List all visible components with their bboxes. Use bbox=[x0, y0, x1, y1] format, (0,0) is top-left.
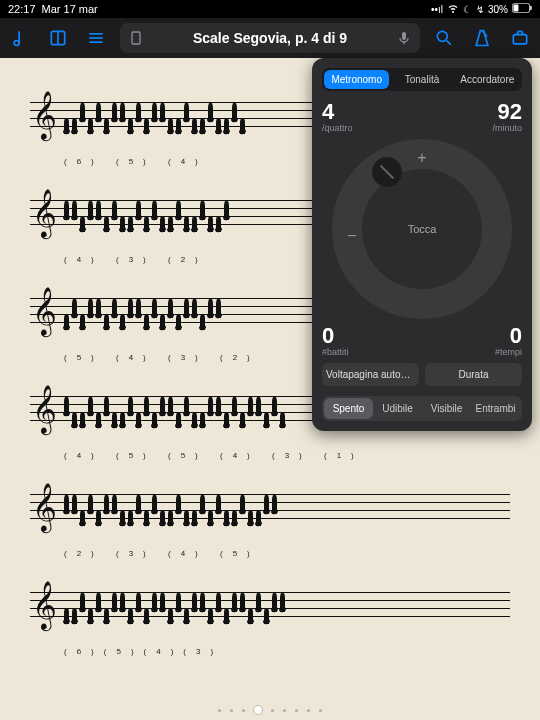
status-date: Mar 17 mar bbox=[42, 3, 98, 15]
library-icon[interactable] bbox=[6, 24, 34, 52]
score-system: 𝄞 (6)(5)(4)(3) bbox=[30, 592, 510, 640]
dial-center-label: Tocca bbox=[408, 223, 437, 235]
battery-pct: 30% bbox=[488, 4, 508, 15]
moon-icon: ☾ bbox=[463, 4, 472, 15]
fingering-label: (6)(5)(4)(3) bbox=[64, 647, 506, 656]
status-time: 22:17 bbox=[8, 3, 36, 15]
dial-center-button[interactable]: Tocca bbox=[362, 169, 482, 289]
mode-audible[interactable]: Udibile bbox=[373, 398, 422, 419]
signal-icon: ••ıl bbox=[431, 4, 443, 15]
count-beats-value: 0 bbox=[322, 325, 349, 347]
battery-charging-icon: ↯ bbox=[476, 4, 484, 15]
count-beats-label: #battiti bbox=[322, 347, 349, 357]
svg-rect-2 bbox=[513, 4, 518, 11]
tool-tabs[interactable]: Metronomo Tonalità Accordatore bbox=[322, 68, 522, 91]
dial-minus-icon[interactable]: − bbox=[342, 227, 362, 245]
document-icon bbox=[128, 30, 144, 46]
search-icon[interactable] bbox=[430, 24, 458, 52]
mode-off[interactable]: Spento bbox=[324, 398, 373, 419]
count-tempi: 0 #tempi bbox=[495, 325, 522, 357]
battery-icon bbox=[512, 3, 532, 15]
page-indicator[interactable] bbox=[0, 709, 540, 715]
document-title: Scale Segovia, p. 4 di 9 bbox=[152, 30, 388, 46]
svg-rect-1 bbox=[530, 6, 531, 10]
dial-plus-icon[interactable]: + bbox=[412, 149, 432, 167]
metronome-popover: Metronomo Tonalità Accordatore 4 /quattr… bbox=[312, 58, 532, 431]
svg-line-13 bbox=[447, 41, 451, 45]
count-tempi-label: #tempi bbox=[495, 347, 522, 357]
tab-metronome[interactable]: Metronomo bbox=[324, 70, 389, 89]
metronome-mode-segment[interactable]: Spento Udibile Visibile Entrambi bbox=[322, 396, 522, 421]
page-indicator-current bbox=[254, 706, 262, 714]
fingering-label: (2) (3) (4) (5) bbox=[64, 549, 506, 558]
beats-value: 4 bbox=[322, 101, 353, 123]
mode-visible[interactable]: Visibile bbox=[422, 398, 471, 419]
app-toolbar: Scale Segovia, p. 4 di 9 bbox=[0, 18, 540, 58]
tempo-label: /minuto bbox=[492, 123, 522, 133]
auto-page-turn-button[interactable]: Voltapagina automat… bbox=[322, 363, 419, 386]
status-bar: 22:17 Mar 17 mar ••ıl ☾ ↯ 30% bbox=[0, 0, 540, 18]
count-beats: 0 #battiti bbox=[322, 325, 349, 357]
wifi-icon bbox=[447, 2, 459, 16]
tempo-bpm[interactable]: 92 /minuto bbox=[492, 101, 522, 133]
duration-button[interactable]: Durata bbox=[425, 363, 522, 386]
count-tempi-value: 0 bbox=[510, 325, 522, 347]
tempo-dial[interactable]: + − Tocca bbox=[332, 139, 512, 319]
beats-per-measure[interactable]: 4 /quattro bbox=[322, 101, 353, 133]
dial-handle[interactable] bbox=[372, 157, 402, 187]
microphone-icon[interactable] bbox=[396, 30, 412, 46]
tab-tuning[interactable]: Tonalità bbox=[389, 70, 454, 89]
svg-rect-15 bbox=[513, 35, 526, 44]
mode-both[interactable]: Entrambi bbox=[471, 398, 520, 419]
menu-icon[interactable] bbox=[82, 24, 110, 52]
tempo-value: 92 bbox=[498, 101, 522, 123]
svg-rect-10 bbox=[402, 32, 406, 40]
bookmarks-icon[interactable] bbox=[44, 24, 72, 52]
fingering-label: (4) (5) (5) (4) (3) (1) bbox=[64, 451, 506, 460]
score-system: 𝄞 (2) (3) (4) (5) bbox=[30, 494, 510, 542]
metronome-icon[interactable] bbox=[468, 24, 496, 52]
svg-point-12 bbox=[437, 31, 447, 41]
tab-tuner[interactable]: Accordatore bbox=[455, 70, 520, 89]
document-title-pill[interactable]: Scale Segovia, p. 4 di 9 bbox=[120, 23, 420, 53]
svg-rect-9 bbox=[132, 32, 140, 44]
briefcase-icon[interactable] bbox=[506, 24, 534, 52]
beats-label: /quattro bbox=[322, 123, 353, 133]
